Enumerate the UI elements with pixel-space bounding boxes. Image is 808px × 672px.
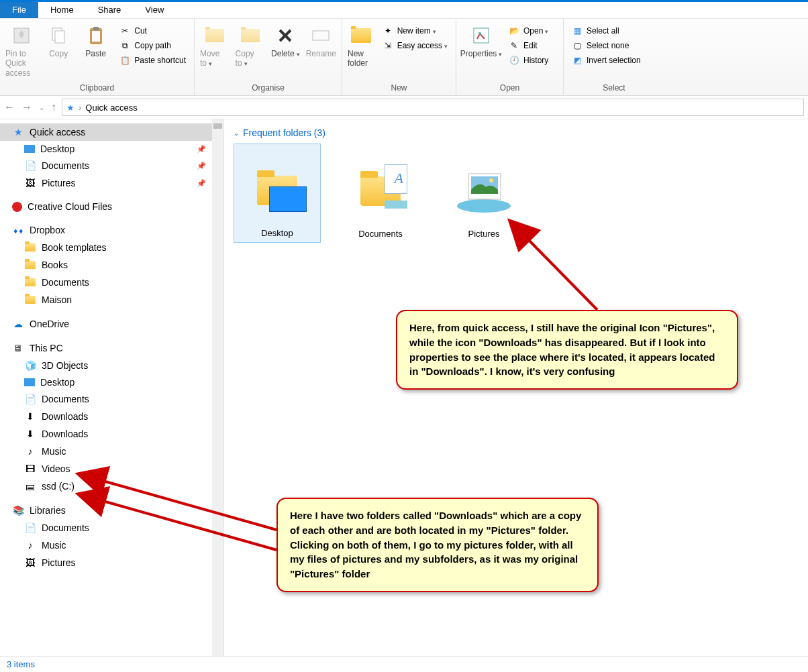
properties-button[interactable]: Properties [460, 23, 502, 60]
copy-button[interactable]: Copy [41, 23, 75, 60]
pin-icon [10, 24, 33, 47]
tree-item[interactable]: 🎞Videos [0, 460, 223, 478]
quick-access-star-icon: ★ [66, 103, 74, 113]
tab-share[interactable]: Share [86, 2, 134, 18]
tree-item-libraries[interactable]: 📚Libraries [0, 502, 223, 519]
pictures-folder-icon [454, 158, 514, 225]
rename-icon [309, 24, 332, 47]
pin-to-quick-access-button[interactable]: Pin to Quick access [4, 23, 38, 79]
paste-shortcut-button[interactable]: 📋Paste shortcut [115, 54, 190, 67]
paste-icon [85, 24, 107, 47]
breadcrumb[interactable]: Quick access [85, 103, 137, 113]
tree-item-downloads-2[interactable]: ⬇Downloads [0, 425, 223, 443]
dropbox-icon: ⬧⬧ [12, 224, 24, 236]
desktop-icon [24, 145, 35, 153]
move-to-button[interactable]: Move to [199, 23, 232, 70]
invert-selection-button[interactable]: ◩Invert selection [568, 54, 645, 67]
nav-back-button[interactable]: ← [4, 101, 15, 113]
tree-item[interactable]: 📄Documents [0, 390, 223, 408]
tree-item[interactable]: 📄Documents [0, 519, 223, 537]
pictures-icon: 🖼 [24, 177, 36, 189]
tree-item[interactable]: Desktop [0, 374, 223, 390]
rename-button[interactable]: Rename [305, 23, 338, 60]
folder-card-documents[interactable]: A Documents [337, 144, 424, 243]
properties-icon [470, 24, 493, 47]
desktop-folder-icon [247, 157, 307, 224]
copy-path-button[interactable]: ⧉Copy path [115, 39, 190, 52]
copy-to-icon [239, 24, 262, 47]
ribbon-tabs: File Home Share View [0, 2, 808, 19]
folder-card-pictures[interactable]: Pictures [440, 144, 527, 243]
edit-icon: ✎ [509, 40, 519, 51]
select-none-button[interactable]: ▢Select none [568, 39, 645, 52]
tree-item-downloads-1[interactable]: ⬇Downloads [0, 408, 223, 425]
documents-icon: 📄 [24, 522, 36, 534]
copy-to-button[interactable]: Copy to [234, 23, 267, 70]
delete-button[interactable]: Delete [269, 23, 302, 60]
open-icon: 📂 [509, 25, 519, 36]
documents-folder-icon: A [350, 158, 411, 225]
select-all-button[interactable]: ▦Select all [568, 24, 645, 38]
tree-item-pictures[interactable]: 🖼Pictures📌 [0, 174, 223, 192]
address-bar[interactable]: ★ › Quick access [62, 99, 804, 116]
history-button[interactable]: 🕘History [505, 54, 552, 67]
tree-item-onedrive[interactable]: ☁OneDrive [0, 315, 223, 333]
tree-item[interactable]: Maison [0, 291, 223, 309]
tree-scrollbar[interactable] [212, 119, 223, 656]
tab-home[interactable]: Home [38, 2, 86, 18]
annotation-callout-1: Here, from quick access, I still have th… [396, 310, 738, 390]
chevron-down-icon: ⌄ [234, 129, 239, 137]
paste-shortcut-icon: 📋 [119, 55, 130, 66]
tree-item[interactable]: 🧊3D Objects [0, 357, 223, 374]
group-label: New [346, 82, 452, 95]
select-all-icon: ▦ [572, 25, 583, 36]
downloads-icon: ⬇ [24, 428, 36, 440]
videos-icon: 🎞 [24, 463, 36, 475]
tree-item[interactable]: Book templates [0, 239, 223, 256]
tree-item[interactable]: Documents [0, 274, 223, 291]
paste-button[interactable]: Paste [79, 23, 113, 60]
folder-icon [24, 294, 36, 306]
nav-recent-button[interactable]: ⌄ [39, 104, 44, 111]
new-item-button[interactable]: ✦New item [378, 24, 452, 38]
tree-quick-access[interactable]: ★ Quick access [0, 123, 223, 141]
tree-item-dropbox[interactable]: ⬧⬧Dropbox [0, 221, 223, 239]
easy-access-button[interactable]: ⇲Easy access [378, 39, 452, 52]
nav-up-button[interactable]: ↑ [51, 101, 56, 113]
downloads-icon: ⬇ [24, 410, 36, 423]
3d-objects-icon: 🧊 [24, 359, 36, 372]
nav-forward-button[interactable]: → [21, 101, 32, 113]
tree-item-creative-cloud[interactable]: Creative Cloud Files [0, 199, 223, 215]
group-label: Select [568, 82, 660, 95]
tree-item-drive[interactable]: 🖴ssd (C:) [0, 478, 223, 495]
folder-card-desktop[interactable]: Desktop [234, 144, 321, 243]
tree-item[interactable]: ♪Music [0, 537, 223, 554]
navigation-tree[interactable]: ★ Quick access Desktop📌 📄Documents📌 🖼Pic… [0, 119, 224, 656]
breadcrumb-separator: › [79, 103, 81, 113]
tree-item[interactable]: 🖼Pictures [0, 554, 223, 571]
tab-view[interactable]: View [133, 2, 176, 18]
svg-point-8 [478, 32, 481, 35]
folder-icon [24, 259, 36, 271]
move-to-icon [203, 24, 226, 47]
pictures-icon: 🖼 [24, 557, 36, 569]
tree-item-documents[interactable]: 📄Documents📌 [0, 157, 223, 174]
annotation-callout-2: Here I have two folders called "Download… [276, 498, 599, 592]
section-frequent-folders[interactable]: ⌄ Frequent folders (3) [234, 126, 799, 144]
tree-item-desktop[interactable]: Desktop📌 [0, 141, 223, 157]
group-label: Open [460, 82, 559, 95]
tree-item[interactable]: ♪Music [0, 443, 223, 460]
ribbon: Pin to Quick access Copy Paste ✂Cut ⧉Cop… [0, 19, 808, 96]
tree-item-this-pc[interactable]: 🖥This PC [0, 339, 223, 357]
tab-file[interactable]: File [0, 2, 38, 18]
open-button[interactable]: 📂Open [505, 24, 552, 38]
cut-button[interactable]: ✂Cut [115, 24, 190, 38]
tree-item[interactable]: Books [0, 256, 223, 274]
navigation-bar: ← → ⌄ ↑ ★ › Quick access [0, 96, 808, 119]
svg-rect-6 [313, 31, 329, 40]
onedrive-icon: ☁ [12, 318, 24, 330]
invert-selection-icon: ◩ [572, 55, 583, 66]
svg-rect-4 [92, 31, 100, 42]
edit-button[interactable]: ✎Edit [505, 39, 552, 52]
new-folder-button[interactable]: New folder [346, 23, 376, 70]
